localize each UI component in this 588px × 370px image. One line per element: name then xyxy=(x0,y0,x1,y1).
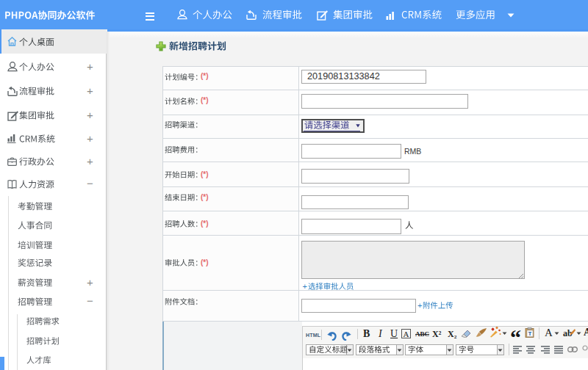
svg-text:T: T xyxy=(528,330,532,337)
